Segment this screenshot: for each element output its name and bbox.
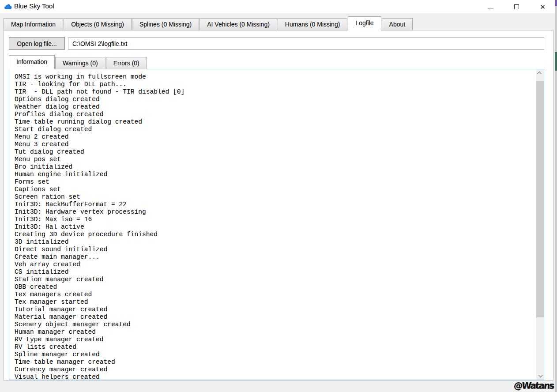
maximize-button[interactable] <box>504 0 530 13</box>
main-tab[interactable]: Humans (0 Missing) <box>278 18 347 30</box>
minimize-icon <box>488 8 493 8</box>
log-line: TIR - DLL path not found - TIR disabled … <box>15 88 544 96</box>
log-line: Bro initialized <box>15 163 544 171</box>
log-line: Time table running dialog created <box>15 118 544 126</box>
log-subtab-label: Errors (0) <box>113 60 139 67</box>
log-line-text: Currency manager created <box>15 366 107 373</box>
background-edge-green <box>555 52 557 71</box>
main-tab[interactable]: Logfile <box>348 16 381 30</box>
log-line: Captions set <box>15 186 544 193</box>
background-edge-purple <box>555 0 557 6</box>
main-tab[interactable]: Objects (0 Missing) <box>64 18 132 30</box>
log-line-text: RV lists created <box>15 343 76 351</box>
watermark: @Watans <box>513 380 554 391</box>
log-line-text: Start dialog created <box>15 126 92 133</box>
cloud-icon <box>4 3 12 9</box>
main-tab-label: Humans (0 Missing) <box>285 21 340 28</box>
scroll-down-button[interactable] <box>536 372 544 380</box>
log-line-text: Create main manager... <box>15 253 100 260</box>
log-line-text: Menu 3 created <box>15 141 69 148</box>
log-line: Profiles dialog created <box>15 111 544 118</box>
window-title: Blue Sky Tool <box>14 2 54 10</box>
main-tab-label: About <box>389 21 406 28</box>
window-controls: ✕ <box>478 0 556 13</box>
main-tab-label: Objects (0 Missing) <box>71 21 124 28</box>
log-subtab[interactable]: Information <box>9 55 55 69</box>
log-line-text: Init3D: Hardware vertex processing <box>15 208 146 215</box>
log-subtab[interactable]: Warnings (0) <box>55 57 105 69</box>
log-line: Tutorial manager created <box>15 306 544 313</box>
log-line-text: Direct sound initialized <box>15 246 107 253</box>
log-line-text: Profiles dialog created <box>15 111 103 118</box>
log-line: Human manager created <box>15 328 544 336</box>
log-line: Create main manager... <box>15 253 544 261</box>
main-tab-label: Splines (0 Missing) <box>139 21 192 28</box>
log-line: Tut dialog created <box>15 148 544 156</box>
main-tab[interactable]: AI Vehicles (0 Missing) <box>199 18 277 30</box>
log-line-text: Material manager created <box>15 313 107 320</box>
log-line: Init3D: Hal active <box>15 223 544 231</box>
log-text-area[interactable]: OMSI is working in fullscreen mode TIR -… <box>9 69 544 380</box>
main-tab[interactable]: About <box>382 18 413 30</box>
log-line-text: Captions set <box>15 186 61 193</box>
log-line-text: Menu pos set <box>15 156 61 163</box>
log-line-text: Time table running dialog created <box>15 118 142 125</box>
log-line-text: Menu 2 created <box>15 133 69 140</box>
main-tab-label: Map Information <box>11 21 56 28</box>
maximize-icon <box>514 4 519 9</box>
log-line-text: Options dialog created <box>15 96 100 103</box>
log-line: Material manager created <box>15 313 544 321</box>
log-line-text: Screen ration set <box>15 193 80 200</box>
log-line: Init3D: Max iso = 16 <box>15 216 544 223</box>
log-line-text: TIR - looking for DLL path... <box>15 81 127 88</box>
main-tab-bar: Map Information Objects (0 Missing) Spli… <box>4 16 413 30</box>
log-line: Direct sound initialized <box>15 246 544 253</box>
vertical-scrollbar[interactable] <box>536 69 544 380</box>
log-line: Creating 3D device procedure finished <box>15 231 544 238</box>
main-tab[interactable]: Map Information <box>4 18 63 30</box>
main-tab-label: Logfile <box>355 19 373 26</box>
log-line-text: Weather dialog created <box>15 103 100 110</box>
log-line-text: Human engine initialized <box>15 171 107 178</box>
log-line: Options dialog created <box>15 96 544 103</box>
minimize-button[interactable] <box>478 0 504 13</box>
log-line: Human engine initialized <box>15 171 544 178</box>
log-line-text: Human manager created <box>15 328 96 335</box>
log-line: CS initialized <box>15 268 544 276</box>
log-line: Menu 2 created <box>15 133 544 141</box>
close-icon: ✕ <box>540 4 546 10</box>
log-line-text: CS initialized <box>15 268 69 275</box>
log-line: Spline manager created <box>15 351 544 358</box>
log-line: Tex managers created <box>15 291 544 298</box>
log-line-text: OBB created <box>15 283 57 290</box>
title-bar[interactable]: Blue Sky Tool ✕ <box>0 0 557 13</box>
log-line-text: Spline manager created <box>15 351 100 358</box>
log-line-text: Tex managers created <box>15 291 92 298</box>
scrollbar-thumb[interactable] <box>536 81 544 317</box>
log-line: TIR - looking for DLL path... <box>15 81 544 88</box>
log-line-text: Visual helpers created <box>15 373 100 380</box>
log-line: Scenery object manager created <box>15 321 544 328</box>
log-subtab[interactable]: Errors (0) <box>106 57 147 69</box>
log-line-text: RV type manager created <box>15 336 103 343</box>
log-subtab-label: Information <box>16 58 47 65</box>
log-line: Menu 3 created <box>15 141 544 148</box>
close-button[interactable]: ✕ <box>530 0 556 13</box>
log-line: Init3D: BackBufferFormat = 22 <box>15 201 544 208</box>
log-line-text: Bro initialized <box>15 163 72 170</box>
scroll-up-button[interactable] <box>536 69 544 77</box>
log-line-text: Init3D: Hal active <box>15 223 84 230</box>
log-line-text: Tut dialog created <box>15 148 84 155</box>
open-log-file-button[interactable]: Open log file... <box>9 37 65 50</box>
log-line-text: Veh array created <box>15 261 80 268</box>
log-line: Station manager created <box>15 276 544 283</box>
log-line-text: Scenery object manager created <box>15 321 131 328</box>
log-line-text: Forms set <box>15 178 49 185</box>
log-line-text: 3D initialized <box>15 238 69 245</box>
logfile-path-input[interactable]: C:\OMSI 2\logfile.txt <box>68 37 544 50</box>
main-tab-label: AI Vehicles (0 Missing) <box>207 21 270 28</box>
app-window: Blue Sky Tool ✕ Map Information Objects … <box>0 0 557 392</box>
log-line: Start dialog created <box>15 126 544 133</box>
log-line: Tex manager started <box>15 298 544 306</box>
main-tab[interactable]: Splines (0 Missing) <box>132 18 199 30</box>
